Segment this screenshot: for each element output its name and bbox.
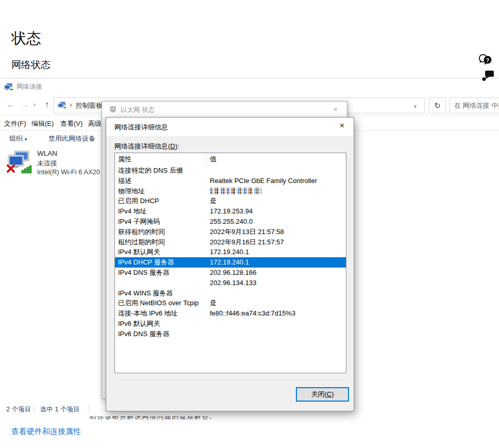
row-property: 描述 [115,176,207,186]
details-row[interactable]: 已启用 NetBIOS over Tcpip是 [115,298,346,308]
row-value [207,186,346,196]
search-box [450,97,499,113]
row-value: 255.255.240.0 [207,217,346,227]
details-row[interactable]: IPv4 WINS 服务器 [115,288,346,298]
row-property: IPv6 默认网关 [115,319,207,329]
breadcrumb-chevron-icon: › [70,101,72,109]
details-row[interactable]: 租约过期的时间2022年9月16日 21:57:57 [115,237,346,247]
wlan-adapter-icon [6,151,33,174]
details-dialog-titlebar[interactable]: 网络连接详细信息 × [106,118,354,136]
details-row[interactable]: 物理地址 [115,186,346,196]
item-count: 2 个项目 [6,405,31,414]
details-row[interactable]: 连接特定的 DNS 后缀 [115,165,346,176]
details-row[interactable]: IPv4 默认网关172.19.240.1 [115,247,346,257]
physical-address-redacted-mosaic [210,188,261,194]
ethernet-dialog-titlebar[interactable]: 以太网 状态 × [102,102,347,118]
breadcrumb-network-icon [58,102,66,109]
menu-view[interactable]: 查看(V) [60,119,82,128]
column-property[interactable]: 属性 [115,153,207,165]
row-property: IPv4 DHCP 服务器 [115,257,207,268]
organize-dropdown-icon: ▾ [25,137,27,142]
row-value: 是 [207,196,346,206]
address-dropdown-icon[interactable]: ∨ [413,103,417,109]
details-listview-rows: 连接特定的 DNS 后缀描述Realtek PCIe GbE Family Co… [115,165,346,339]
row-property: 租约过期的时间 [115,237,207,247]
column-value[interactable]: 值 [207,153,346,165]
details-row[interactable]: 已启用 DHCP是 [115,196,346,206]
close-pre: 关闭( [311,390,326,398]
row-value: Realtek PCIe GbE Family Controller [207,176,346,186]
refresh-icon[interactable]: ↻ [429,97,446,113]
row-property: 获得租约的时间 [115,227,207,237]
up-icon[interactable]: ↑ [40,97,54,112]
statusbar-divider [89,405,89,413]
row-property: 连接特定的 DNS 后缀 [115,165,207,176]
close-post: ) [331,390,334,398]
get-help-icon[interactable]: ? [477,52,494,69]
page-title: 状态 [11,28,41,49]
row-property: IPv4 地址 [115,206,207,217]
details-row[interactable]: 202.96.134.133 [115,278,346,288]
details-row[interactable]: IPv4 地址172.19.253.94 [115,206,346,217]
statusbar-divider [34,405,35,413]
dialog-separator [114,380,346,381]
row-value: fe80::f446:ea74:c3d:7d15%3 [207,308,346,319]
row-value: 2022年9月13日 21:57:58 [207,227,346,237]
row-value [207,319,346,329]
row-value: 2022年9月16日 21:57:57 [207,237,346,247]
ethernet-dialog-title: 以太网 状态 [121,106,155,114]
row-property [115,278,207,288]
view-hardware-properties-link[interactable]: 查看硬件和连接属性 [11,427,81,437]
label-post: ): [175,142,179,150]
details-row[interactable]: 描述Realtek PCIe GbE Family Controller [115,176,346,186]
details-listview[interactable]: 属性 值 连接特定的 DNS 后缀描述Realtek PCIe GbE Fami… [114,153,346,373]
feedback-icon[interactable] [481,70,495,81]
details-row[interactable]: IPv6 默认网关 [115,319,346,329]
back-icon[interactable]: ← [4,97,18,112]
close-icon[interactable]: × [330,118,354,134]
close-icon[interactable]: × [324,102,347,117]
details-list-label: 网络连接详细信息(D): [114,142,179,151]
details-row[interactable]: IPv4 子网掩码255.255.240.0 [115,217,346,227]
breadcrumb-control-panel[interactable]: 控制面板 [76,101,103,110]
network-connections-icon [4,83,13,91]
svg-text:?: ? [486,57,489,63]
details-row[interactable]: 获得租约的时间2022年9月13日 21:57:58 [115,227,346,237]
row-property: IPv4 WINS 服务器 [115,288,207,298]
connection-device: Intel(R) Wi-Fi 6 AX20 [37,168,100,176]
explorer-titlebar[interactable]: 网络连接 [0,78,499,95]
row-property: IPv4 默认网关 [115,247,207,257]
menu-edit[interactable]: 编辑(E) [31,119,54,128]
search-input[interactable] [450,98,499,113]
row-value: 202.96.134.133 [207,278,346,288]
row-value: 是 [207,298,346,308]
history-chevron-icon[interactable]: ∨ [31,97,38,112]
close-mnemonic: C [327,390,331,398]
label-pre: 网络连接详细信息( [114,142,170,150]
details-row[interactable]: IPv4 DHCP 服务器172.19.240.1 [115,257,346,268]
close-button[interactable]: 关闭(C) [296,387,349,402]
forward-icon[interactable]: → [19,97,32,112]
label-mnemonic: D [170,142,175,150]
details-row[interactable]: IPv4 DNS 服务器202.96.128.166 [115,268,346,278]
section-title-network-status: 网络状态 [11,58,51,72]
row-value [207,288,346,298]
row-property: 连接-本地 IPv6 地址 [115,308,207,319]
disable-device-button[interactable]: 禁用此网络设备 [48,134,95,143]
row-value [207,165,346,176]
details-row[interactable]: 连接-本地 IPv6 地址fe80::f446:ea74:c3d:7d15%3 [115,308,346,319]
row-value: 202.96.128.166 [207,268,346,278]
selected-count: 选中 1 个项目 [40,405,79,414]
details-dialog-title: 网络连接详细信息 [114,123,168,132]
organize-button[interactable]: 组织▾ [9,134,27,143]
details-row[interactable]: IPv6 DNS 服务器 [115,329,346,339]
screen: 状态 网络状态 ? 助你诊断并解决网络问题的疑难解答。 查看硬件和连接属性 网络… [0,0,499,448]
row-value: 172.19.240.1 [207,257,346,268]
connection-status: 未连接 [37,159,57,168]
menu-file[interactable]: 文件(F) [4,119,26,128]
row-property: IPv6 DNS 服务器 [115,329,207,339]
network-details-dialog: 网络连接详细信息 × 网络连接详细信息(D): 属性 值 连接特定的 DNS 后… [106,117,354,411]
row-property: 已启用 NetBIOS over Tcpip [115,298,207,308]
listview-header[interactable]: 属性 值 [115,153,346,165]
organize-label: 组织 [9,135,23,142]
